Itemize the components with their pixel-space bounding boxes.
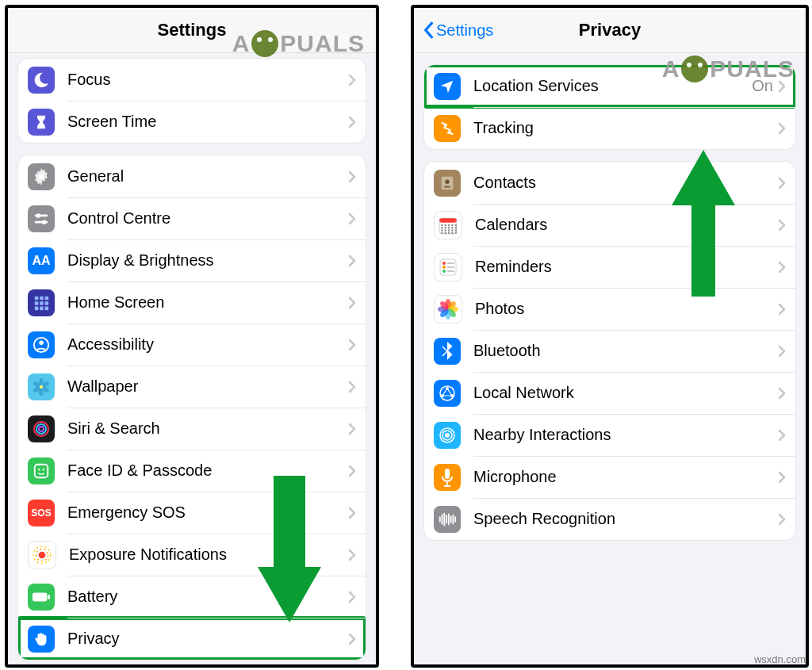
- row-label: Control Centre: [67, 209, 348, 228]
- row-accessibility[interactable]: Accessibility: [18, 324, 366, 366]
- bluetooth-icon: [434, 338, 461, 365]
- row-exposure[interactable]: Exposure Notifications: [18, 534, 366, 576]
- focus-icon: [28, 67, 55, 94]
- chevron-right-icon: [348, 633, 356, 645]
- siri-icon: [28, 415, 55, 442]
- row-label: Bluetooth: [473, 342, 778, 360]
- svg-rect-49: [441, 229, 442, 231]
- row-general[interactable]: General: [18, 155, 366, 197]
- chevron-right-icon: [348, 116, 356, 128]
- row-siri[interactable]: Siri & Search: [18, 408, 366, 450]
- row-wallpaper[interactable]: Wallpaper: [18, 366, 366, 408]
- row-label: Contacts: [473, 174, 778, 192]
- contacts-icon: [434, 170, 461, 197]
- row-label: General: [67, 167, 348, 186]
- chevron-right-icon: [778, 261, 786, 274]
- row-label: Speech Recognition: [473, 510, 778, 528]
- svg-rect-44: [441, 227, 442, 228]
- chevron-right-icon: [348, 255, 356, 267]
- svg-point-24: [36, 424, 46, 434]
- row-home-screen[interactable]: Home Screen: [18, 281, 366, 324]
- group-general: GeneralControl CentreAADisplay & Brightn…: [17, 155, 366, 660]
- location-icon: [434, 73, 461, 100]
- privacy-body: Location ServicesOnTrackingContactsCalen…: [414, 64, 806, 541]
- control-centre-icon: [28, 205, 55, 232]
- chevron-right-icon: [348, 381, 356, 393]
- row-label: Display & Brightness: [67, 251, 348, 270]
- row-label: Local Network: [473, 384, 778, 402]
- svg-rect-45: [445, 227, 446, 228]
- svg-rect-81: [445, 469, 450, 479]
- back-label: Settings: [436, 21, 493, 40]
- svg-rect-53: [455, 229, 457, 231]
- row-label: Siri & Search: [67, 419, 348, 438]
- row-label: Battery: [67, 588, 348, 606]
- display-icon: AA: [28, 247, 55, 274]
- row-display[interactable]: AADisplay & Brightness: [18, 239, 366, 281]
- row-faceid[interactable]: Face ID & Passcode: [18, 450, 366, 492]
- row-screen-time[interactable]: Screen Time: [18, 101, 366, 143]
- svg-rect-12: [40, 306, 44, 310]
- svg-rect-5: [35, 296, 39, 300]
- row-nearby[interactable]: Nearby Interactions: [424, 414, 795, 456]
- row-microphone[interactable]: Microphone: [424, 456, 795, 498]
- svg-rect-39: [441, 224, 442, 225]
- row-label: Nearby Interactions: [473, 426, 778, 444]
- svg-rect-41: [448, 224, 450, 225]
- row-label: Emergency SOS: [67, 503, 348, 522]
- row-control-centre[interactable]: Control Centre: [18, 197, 366, 239]
- row-tracking[interactable]: Tracking: [424, 107, 795, 149]
- svg-rect-43: [455, 224, 457, 225]
- chevron-right-icon: [778, 471, 786, 484]
- svg-rect-52: [451, 229, 453, 231]
- svg-rect-65: [447, 270, 454, 272]
- row-label: Wallpaper: [67, 377, 348, 396]
- svg-point-36: [445, 179, 450, 184]
- row-label: Reminders: [475, 258, 778, 276]
- speech-icon: [434, 506, 461, 533]
- row-privacy[interactable]: Privacy: [18, 618, 366, 660]
- chevron-right-icon: [348, 74, 356, 86]
- photos-icon: [434, 295, 462, 324]
- row-focus[interactable]: Focus: [18, 59, 366, 101]
- svg-rect-57: [451, 232, 453, 233]
- watermark-face-icon: [251, 30, 278, 57]
- row-contacts[interactable]: Contacts: [424, 162, 795, 204]
- svg-point-28: [43, 468, 44, 469]
- chevron-right-icon: [778, 122, 786, 135]
- row-reminders[interactable]: Reminders: [424, 246, 795, 288]
- page-title: Settings: [158, 20, 227, 40]
- row-label: Tracking: [473, 119, 778, 137]
- row-speech[interactable]: Speech Recognition: [424, 498, 795, 540]
- tracking-icon: [434, 115, 461, 142]
- svg-rect-38: [439, 218, 457, 222]
- row-battery[interactable]: Battery: [18, 576, 366, 618]
- chevron-right-icon: [778, 513, 786, 526]
- svg-rect-58: [455, 232, 457, 233]
- row-bluetooth[interactable]: Bluetooth: [424, 330, 795, 372]
- group-personal: FocusScreen Time: [17, 58, 366, 144]
- battery-icon: [28, 584, 55, 611]
- svg-rect-26: [35, 464, 48, 477]
- svg-point-3: [36, 213, 41, 218]
- chevron-right-icon: [778, 177, 786, 190]
- svg-rect-47: [451, 227, 453, 228]
- sos-icon: SOS: [28, 500, 55, 526]
- wallpaper-icon: [28, 373, 55, 400]
- chevron-right-icon: [348, 591, 356, 603]
- svg-rect-33: [48, 595, 50, 599]
- row-photos[interactable]: Photos: [424, 288, 795, 330]
- chevron-right-icon: [348, 339, 356, 351]
- svg-rect-10: [45, 301, 49, 305]
- svg-rect-50: [445, 229, 446, 231]
- back-button[interactable]: Settings: [422, 21, 493, 40]
- microphone-icon: [434, 464, 461, 491]
- row-calendars[interactable]: Calendars: [424, 204, 795, 246]
- row-localnet[interactable]: Local Network: [424, 372, 795, 414]
- settings-body: FocusScreen TimeGeneralControl CentreAAD…: [8, 58, 376, 660]
- svg-rect-42: [451, 224, 453, 225]
- row-sos[interactable]: SOSEmergency SOS: [18, 492, 366, 534]
- home-screen-icon: [28, 289, 55, 316]
- svg-point-60: [442, 262, 446, 265]
- chevron-right-icon: [778, 387, 786, 400]
